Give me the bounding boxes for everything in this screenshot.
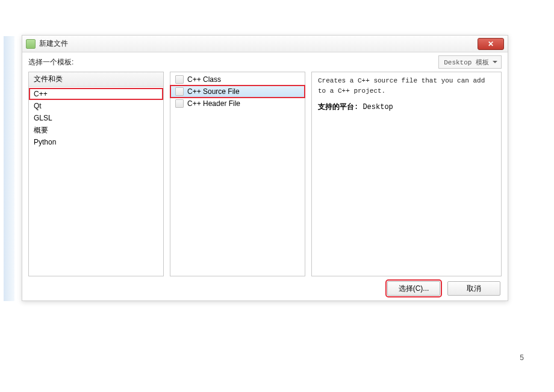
file-icon [175,75,184,84]
description-panel: Creates a C++ source file that you can a… [311,72,502,276]
titlebar: 新建文件 ✕ [22,36,508,52]
category-item-python[interactable]: Python [29,136,163,148]
close-icon: ✕ [488,40,494,48]
cancel-button-label: 取消 [467,284,481,294]
decorative-left-strip [4,36,14,301]
dialog-footer: 选择(C)... 取消 [22,276,508,300]
supported-platform: 支持的平台: Desktop [318,102,495,112]
file-type-panel: C++ Class C++ Source File C++ Header Fil… [170,72,305,276]
platform-label: 支持的平台 [318,102,354,111]
topbar: 选择一个模板: Desktop 模板 [22,52,508,72]
file-item-label: C++ Source File [187,86,240,98]
category-item-label: C++ [34,88,48,100]
description-text: Creates a C++ source file that you can a… [318,76,495,96]
file-type-list: C++ Class C++ Source File C++ Header Fil… [170,72,305,111]
file-icon [175,87,184,96]
page-number: 5 [520,353,524,362]
template-dropdown-value: Desktop 模板 [444,58,489,67]
platform-value: : Desktop [354,103,393,111]
file-item-label: C++ Class [187,73,221,86]
category-item-label: 概要 [34,124,48,136]
category-panel: 文件和类 C++ Qt GLSL 概要 Python [28,72,164,276]
panels: 文件和类 C++ Qt GLSL 概要 Python [22,72,508,276]
chevron-down-icon [493,61,497,63]
category-header: 文件和类 [29,72,163,87]
close-button[interactable]: ✕ [478,38,504,50]
choose-template-label: 选择一个模板: [28,57,73,67]
category-item-summary[interactable]: 概要 [29,124,163,136]
category-item-label: Python [34,136,56,148]
new-file-dialog: 新建文件 ✕ 选择一个模板: Desktop 模板 文件和类 C++ Qt GL… [22,35,508,301]
category-item-label: GLSL [34,112,52,124]
window-title: 新建文件 [39,39,478,49]
file-item-cpp-source[interactable]: C++ Source File [170,86,305,98]
category-item-glsl[interactable]: GLSL [29,112,163,124]
cancel-button[interactable]: 取消 [447,281,500,296]
choose-button[interactable]: 选择(C)... [387,281,440,296]
category-item-qt[interactable]: Qt [29,100,163,112]
file-item-cpp-class[interactable]: C++ Class [170,73,305,86]
category-item-label: Qt [34,100,42,112]
file-item-label: C++ Header File [187,98,240,110]
category-item-cpp[interactable]: C++ [29,88,163,100]
template-dropdown[interactable]: Desktop 模板 [438,55,502,69]
file-icon [175,99,184,108]
app-icon [26,39,36,49]
category-list: C++ Qt GLSL 概要 Python [29,87,163,149]
file-item-cpp-header[interactable]: C++ Header File [170,98,305,110]
choose-button-label: 选择(C)... [399,284,429,294]
